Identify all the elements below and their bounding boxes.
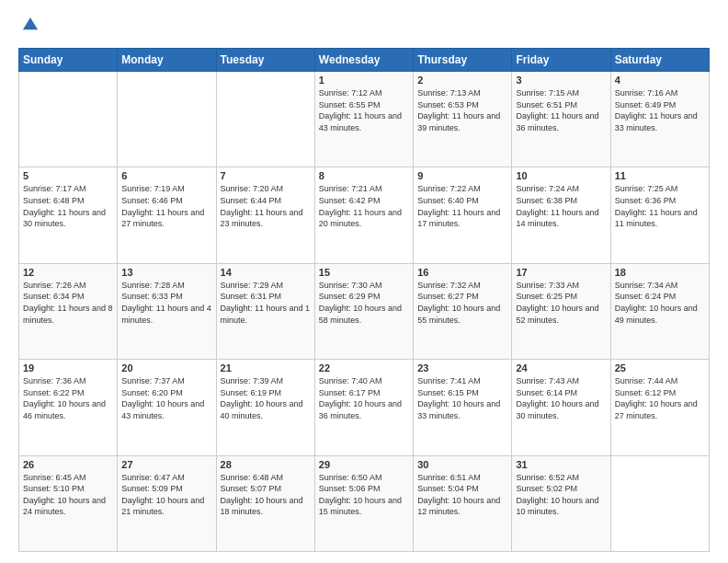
cell-text: Sunrise: 7:15 AMSunset: 6:51 PMDaylight:… [516, 88, 598, 132]
day-number: 7 [221, 170, 311, 181]
calendar-cell: 10Sunrise: 7:24 AMSunset: 6:38 PMDayligh… [512, 167, 610, 263]
cell-text: Sunrise: 7:40 AMSunset: 6:17 PMDaylight:… [319, 376, 402, 420]
calendar-week-row: 12Sunrise: 7:26 AMSunset: 6:34 PMDayligh… [19, 263, 710, 359]
calendar-cell: 16Sunrise: 7:32 AMSunset: 6:27 PMDayligh… [414, 263, 512, 359]
day-number: 27 [121, 459, 211, 470]
cell-text: Sunrise: 7:44 AMSunset: 6:12 PMDaylight:… [615, 376, 698, 420]
calendar-cell: 15Sunrise: 7:30 AMSunset: 6:29 PMDayligh… [314, 263, 413, 359]
cell-text: Sunrise: 7:12 AMSunset: 6:55 PMDaylight:… [319, 88, 402, 132]
calendar-cell: 30Sunrise: 6:51 AMSunset: 5:04 PMDayligh… [414, 455, 512, 551]
day-number: 30 [417, 459, 507, 470]
day-number: 21 [221, 362, 311, 373]
logo [18, 15, 40, 39]
calendar-cell: 27Sunrise: 6:47 AMSunset: 5:09 PMDayligh… [118, 455, 216, 551]
calendar-cell: 2Sunrise: 7:13 AMSunset: 6:53 PMDaylight… [414, 72, 512, 167]
calendar-cell: 5Sunrise: 7:17 AMSunset: 6:48 PMDaylight… [19, 167, 118, 263]
calendar-week-row: 5Sunrise: 7:17 AMSunset: 6:48 PMDaylight… [19, 167, 710, 263]
calendar-cell: 26Sunrise: 6:45 AMSunset: 5:10 PMDayligh… [19, 455, 118, 551]
day-number: 5 [23, 170, 113, 181]
calendar-header-cell: Sunday [19, 49, 118, 72]
calendar-cell: 24Sunrise: 7:43 AMSunset: 6:14 PMDayligh… [512, 360, 610, 455]
cell-text: Sunrise: 7:13 AMSunset: 6:53 PMDaylight:… [417, 88, 500, 132]
day-number: 24 [516, 362, 606, 373]
calendar-cell: 8Sunrise: 7:21 AMSunset: 6:42 PMDaylight… [314, 167, 413, 263]
header [18, 15, 710, 39]
cell-text: Sunrise: 6:48 AMSunset: 5:07 PMDaylight:… [221, 473, 303, 517]
calendar-cell: 13Sunrise: 7:28 AMSunset: 6:33 PMDayligh… [118, 263, 216, 359]
calendar-cell: 18Sunrise: 7:34 AMSunset: 6:24 PMDayligh… [610, 263, 709, 359]
cell-text: Sunrise: 7:19 AMSunset: 6:46 PMDaylight:… [121, 184, 204, 228]
day-number: 31 [516, 459, 606, 470]
cell-text: Sunrise: 7:30 AMSunset: 6:29 PMDaylight:… [319, 281, 402, 325]
calendar-cell: 23Sunrise: 7:41 AMSunset: 6:15 PMDayligh… [414, 360, 512, 455]
day-number: 18 [615, 267, 705, 278]
calendar-cell: 19Sunrise: 7:36 AMSunset: 6:22 PMDayligh… [19, 360, 118, 455]
day-number: 4 [615, 75, 705, 86]
cell-text: Sunrise: 7:36 AMSunset: 6:22 PMDaylight:… [23, 376, 106, 420]
cell-text: Sunrise: 7:22 AMSunset: 6:40 PMDaylight:… [417, 184, 500, 228]
cell-text: Sunrise: 6:51 AMSunset: 5:04 PMDaylight:… [417, 473, 500, 517]
day-number: 9 [417, 170, 507, 181]
calendar-cell: 9Sunrise: 7:22 AMSunset: 6:40 PMDaylight… [414, 167, 512, 263]
calendar-header-cell: Saturday [610, 49, 709, 72]
cell-text: Sunrise: 7:29 AMSunset: 6:31 PMDaylight:… [221, 281, 311, 325]
calendar-cell: 3Sunrise: 7:15 AMSunset: 6:51 PMDaylight… [512, 72, 610, 167]
cell-text: Sunrise: 7:34 AMSunset: 6:24 PMDaylight:… [615, 281, 698, 325]
cell-text: Sunrise: 6:45 AMSunset: 5:10 PMDaylight:… [23, 473, 106, 517]
calendar-cell: 11Sunrise: 7:25 AMSunset: 6:36 PMDayligh… [610, 167, 709, 263]
calendar-cell: 6Sunrise: 7:19 AMSunset: 6:46 PMDaylight… [118, 167, 216, 263]
logo-icon [20, 15, 40, 35]
day-number: 10 [516, 170, 606, 181]
calendar-cell: 25Sunrise: 7:44 AMSunset: 6:12 PMDayligh… [610, 360, 709, 455]
day-number: 13 [121, 267, 211, 278]
calendar-header-row: SundayMondayTuesdayWednesdayThursdayFrid… [19, 49, 710, 72]
cell-text: Sunrise: 7:28 AMSunset: 6:33 PMDaylight:… [121, 281, 211, 325]
svg-marker-0 [23, 17, 38, 29]
calendar-cell: 28Sunrise: 6:48 AMSunset: 5:07 PMDayligh… [216, 455, 314, 551]
calendar-header-cell: Thursday [414, 49, 512, 72]
day-number: 26 [23, 459, 113, 470]
calendar-cell [216, 72, 314, 167]
cell-text: Sunrise: 7:20 AMSunset: 6:44 PMDaylight:… [221, 184, 303, 228]
day-number: 16 [417, 267, 507, 278]
day-number: 3 [516, 75, 606, 86]
day-number: 15 [319, 267, 409, 278]
calendar-cell: 29Sunrise: 6:50 AMSunset: 5:06 PMDayligh… [314, 455, 413, 551]
calendar-cell: 1Sunrise: 7:12 AMSunset: 6:55 PMDaylight… [314, 72, 413, 167]
day-number: 17 [516, 267, 606, 278]
calendar-week-row: 26Sunrise: 6:45 AMSunset: 5:10 PMDayligh… [19, 455, 710, 551]
cell-text: Sunrise: 7:32 AMSunset: 6:27 PMDaylight:… [417, 281, 500, 325]
calendar-cell: 12Sunrise: 7:26 AMSunset: 6:34 PMDayligh… [19, 263, 118, 359]
day-number: 20 [121, 362, 211, 373]
calendar-week-row: 1Sunrise: 7:12 AMSunset: 6:55 PMDaylight… [19, 72, 710, 167]
day-number: 14 [221, 267, 311, 278]
calendar-cell: 31Sunrise: 6:52 AMSunset: 5:02 PMDayligh… [512, 455, 610, 551]
cell-text: Sunrise: 6:52 AMSunset: 5:02 PMDaylight:… [516, 473, 598, 517]
day-number: 19 [23, 362, 113, 373]
cell-text: Sunrise: 7:37 AMSunset: 6:20 PMDaylight:… [121, 376, 204, 420]
calendar-cell: 17Sunrise: 7:33 AMSunset: 6:25 PMDayligh… [512, 263, 610, 359]
calendar-cell [610, 455, 709, 551]
day-number: 1 [319, 75, 409, 86]
calendar-cell: 14Sunrise: 7:29 AMSunset: 6:31 PMDayligh… [216, 263, 314, 359]
day-number: 6 [121, 170, 211, 181]
cell-text: Sunrise: 7:43 AMSunset: 6:14 PMDaylight:… [516, 376, 598, 420]
cell-text: Sunrise: 6:50 AMSunset: 5:06 PMDaylight:… [319, 473, 402, 517]
cell-text: Sunrise: 7:24 AMSunset: 6:38 PMDaylight:… [516, 184, 598, 228]
calendar-cell: 4Sunrise: 7:16 AMSunset: 6:49 PMDaylight… [610, 72, 709, 167]
calendar-header-cell: Monday [118, 49, 216, 72]
calendar-header-cell: Tuesday [216, 49, 314, 72]
day-number: 28 [221, 459, 311, 470]
cell-text: Sunrise: 7:26 AMSunset: 6:34 PMDaylight:… [23, 281, 113, 325]
calendar-body: 1Sunrise: 7:12 AMSunset: 6:55 PMDaylight… [19, 72, 710, 552]
cell-text: Sunrise: 7:33 AMSunset: 6:25 PMDaylight:… [516, 281, 598, 325]
day-number: 8 [319, 170, 409, 181]
calendar-header-cell: Wednesday [314, 49, 413, 72]
calendar-week-row: 19Sunrise: 7:36 AMSunset: 6:22 PMDayligh… [19, 360, 710, 455]
page: SundayMondayTuesdayWednesdayThursdayFrid… [0, 0, 728, 563]
day-number: 22 [319, 362, 409, 373]
day-number: 11 [615, 170, 705, 181]
cell-text: Sunrise: 7:25 AMSunset: 6:36 PMDaylight:… [615, 184, 698, 228]
cell-text: Sunrise: 6:47 AMSunset: 5:09 PMDaylight:… [121, 473, 204, 517]
calendar-header-cell: Friday [512, 49, 610, 72]
